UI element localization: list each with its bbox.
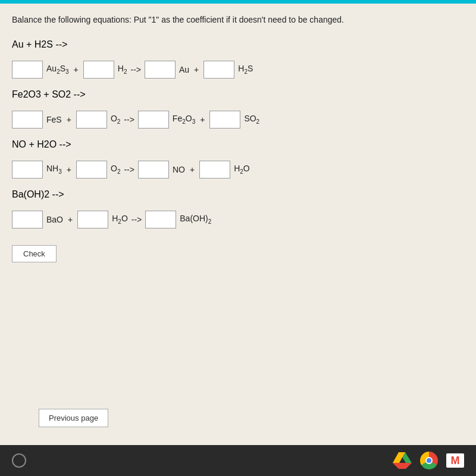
operator-plus-2a: + <box>67 115 71 124</box>
compound-fe2o3: Fe2O3 <box>173 114 195 125</box>
gmail-m-letter: M <box>451 455 460 466</box>
compound-au2s3: Au2S3 <box>46 64 69 75</box>
coeff-input-3b[interactable] <box>76 161 107 178</box>
compound-o2-2: O2 <box>111 114 120 125</box>
coeff-input-2c[interactable] <box>138 111 169 129</box>
operator-plus-3b: + <box>190 165 195 174</box>
compound-h2o-3: H2O <box>234 164 250 175</box>
arrow-4: --> <box>131 215 142 224</box>
operator-plus-1b: + <box>194 65 199 74</box>
chrome-icon[interactable] <box>420 452 438 469</box>
equations-container: Au + H2S --> Au2S3 + H2 --> Au + H2S Fe2… <box>12 39 464 228</box>
content-area: Balance the following equations: Put "1"… <box>0 4 476 445</box>
equation-row-3: NH3 + O2 --> NO + H2O <box>12 161 464 178</box>
compound-bao: BaO <box>46 215 63 224</box>
arrow-3: --> <box>124 165 134 174</box>
operator-plus-3a: + <box>67 165 71 174</box>
coeff-input-4c[interactable] <box>145 211 176 228</box>
compound-au: Au <box>179 65 189 74</box>
compound-h2s: H2S <box>238 64 253 75</box>
coeff-input-1d[interactable] <box>203 61 234 79</box>
compound-o2-3: O2 <box>111 164 120 175</box>
compound-nh3: NH3 <box>46 164 62 175</box>
coeff-input-2b[interactable] <box>76 111 107 129</box>
gmail-icon[interactable]: M <box>446 453 464 468</box>
coeff-input-1b[interactable] <box>83 61 114 79</box>
operator-plus-2b: + <box>200 115 205 124</box>
coeff-input-3a[interactable] <box>12 161 43 178</box>
operator-plus-1a: + <box>74 65 79 74</box>
compound-h2-1: H2 <box>118 64 127 75</box>
compound-no: NO <box>173 165 185 174</box>
google-drive-icon[interactable] <box>393 451 412 470</box>
screen: Balance the following equations: Put "1"… <box>0 0 476 476</box>
taskbar-left <box>12 453 26 468</box>
compound-baoh2: Ba(OH)2 <box>180 214 211 225</box>
operator-plus-4a: + <box>68 215 73 224</box>
arrow-1: --> <box>130 65 141 74</box>
coeff-input-4b[interactable] <box>77 211 108 228</box>
equation-row-2: FeS + O2 --> Fe2O3 + SO2 <box>12 111 464 129</box>
coeff-input-2d[interactable] <box>209 111 240 129</box>
taskbar: M <box>0 445 476 476</box>
taskbar-right: M <box>393 451 464 470</box>
svg-marker-2 <box>393 463 412 469</box>
coeff-input-1c[interactable] <box>145 61 176 79</box>
chrome-center-dot <box>425 457 433 464</box>
coeff-input-4a[interactable] <box>12 211 43 228</box>
equation-row-4: BaO + H2O --> Ba(OH)2 <box>12 211 464 228</box>
compound-fes: FeS <box>46 115 62 124</box>
compound-h2o-4: H2O <box>112 214 128 225</box>
arrow-2: --> <box>124 115 134 124</box>
coeff-input-3c[interactable] <box>138 161 169 178</box>
coeff-input-1a[interactable] <box>12 61 43 79</box>
previous-page-button[interactable]: Previous page <box>39 409 108 427</box>
check-button[interactable]: Check <box>12 245 57 262</box>
circle-button[interactable] <box>12 453 26 468</box>
coeff-input-3d[interactable] <box>199 161 230 178</box>
compound-so2: SO2 <box>244 114 259 125</box>
coeff-input-2a[interactable] <box>12 111 43 129</box>
equation-row-1: Au2S3 + H2 --> Au + H2S <box>12 61 464 79</box>
instruction-text: Balance the following equations: Put "1"… <box>12 14 464 26</box>
